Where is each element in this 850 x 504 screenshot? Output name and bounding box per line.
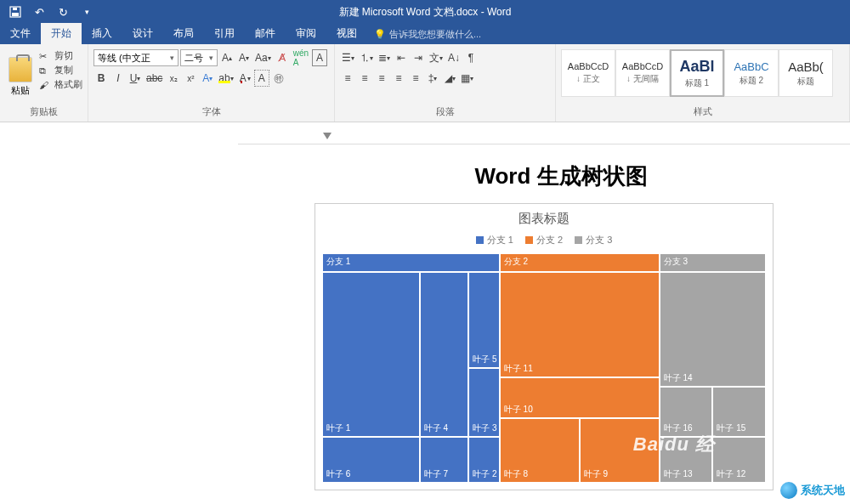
asian-layout-button[interactable]: 文▾ xyxy=(428,49,445,66)
show-marks-button[interactable]: ¶ xyxy=(463,49,479,66)
align-left-button[interactable]: ≡ xyxy=(340,70,355,87)
align-center-button[interactable]: ≡ xyxy=(357,70,372,87)
subscript-button[interactable]: x₂ xyxy=(166,70,181,87)
tab-layout[interactable]: 布局 xyxy=(163,23,204,44)
tab-file[interactable]: 文件 xyxy=(0,23,41,44)
leaf: 叶子 4 xyxy=(420,272,468,437)
copy-button[interactable]: ⧉复制 xyxy=(39,64,82,76)
strike-button[interactable]: abc xyxy=(144,70,164,87)
title-bar: ↶ ↻ ▾ 新建 Microsoft Word 文档.docx - Word xyxy=(0,0,850,24)
style-heading1[interactable]: AaBl标题 1 xyxy=(670,49,724,97)
leaf: 叶子 3 xyxy=(468,368,500,437)
tab-references[interactable]: 引用 xyxy=(204,23,245,44)
leaf: 叶子 7 xyxy=(420,437,468,483)
style-title[interactable]: AaBb(标题 xyxy=(779,49,833,97)
bullets-button[interactable]: ☰▾ xyxy=(340,49,356,66)
style-nospacing[interactable]: AaBbCcD↓ 无间隔 xyxy=(615,49,670,97)
ribbon-tabs: 文件 开始 插入 设计 布局 引用 邮件 审阅 视图 💡 告诉我您想要做什么..… xyxy=(0,24,850,44)
leaf: 叶子 14 xyxy=(660,272,766,387)
indent-marker[interactable] xyxy=(323,133,332,139)
svg-rect-2 xyxy=(13,8,17,10)
increase-indent-button[interactable]: ⇥ xyxy=(411,49,426,66)
group-label-font: 字体 xyxy=(94,104,329,122)
paste-button[interactable]: 粘贴 xyxy=(5,46,36,104)
svg-rect-1 xyxy=(12,13,19,16)
scissors-icon: ✂ xyxy=(39,51,51,61)
text-effects-button[interactable]: A▾ xyxy=(200,70,215,87)
tab-mailings[interactable]: 邮件 xyxy=(245,23,286,44)
brush-icon: 🖌 xyxy=(39,80,51,90)
tab-view[interactable]: 视图 xyxy=(326,23,367,44)
font-name-combo[interactable]: 等线 (中文正▾ xyxy=(94,49,178,66)
window-title: 新建 Microsoft Word 文档.docx - Word xyxy=(102,5,748,20)
chart-legend: 分支 1 分支 2 分支 3 xyxy=(322,234,766,246)
tab-home[interactable]: 开始 xyxy=(41,23,82,44)
document-heading[interactable]: Word 生成树状图 xyxy=(289,161,833,191)
justify-button[interactable]: ≡ xyxy=(391,70,406,87)
site-name: 系统天地 xyxy=(801,483,845,498)
change-case-button[interactable]: Aa▾ xyxy=(253,49,273,66)
branch-header: 分支 2 xyxy=(500,253,660,272)
borders-button[interactable]: ▦▾ xyxy=(459,70,475,87)
multilevel-button[interactable]: ≣▾ xyxy=(377,49,392,66)
qat-customize-icon[interactable]: ▾ xyxy=(76,2,97,22)
group-paragraph: ☰▾ ⒈▾ ≣▾ ⇤ ⇥ 文▾ A↓ ¶ ≡ ≡ ≡ ≡ ≡ ‡▾ ◢▾ xyxy=(335,44,556,122)
chart-object[interactable]: 图表标题 分支 1 分支 2 分支 3 分支 1 叶子 1 叶子 6 叶子 4 … xyxy=(314,203,774,490)
bold-button[interactable]: B xyxy=(94,70,109,87)
site-logo: 系统天地 xyxy=(780,482,845,499)
font-size-combo[interactable]: 二号▾ xyxy=(180,49,218,66)
page: Word 生成树状图 图表标题 分支 1 分支 2 分支 3 分支 1 叶子 1… xyxy=(238,122,850,504)
save-icon[interactable] xyxy=(5,2,26,22)
font-color-button[interactable]: A▾ xyxy=(237,70,252,87)
quick-access-toolbar: ↶ ↻ ▾ xyxy=(0,2,102,22)
sort-button[interactable]: A↓ xyxy=(446,49,462,66)
globe-icon xyxy=(780,482,797,499)
numbering-button[interactable]: ⒈▾ xyxy=(358,49,375,66)
superscript-button[interactable]: x² xyxy=(183,70,198,87)
highlight-button[interactable]: ab▾ xyxy=(217,70,235,87)
tab-design[interactable]: 设计 xyxy=(122,23,163,44)
char-border-button[interactable]: A xyxy=(312,49,327,66)
grow-font-button[interactable]: A▴ xyxy=(219,49,235,66)
decrease-indent-button[interactable]: ⇤ xyxy=(394,49,409,66)
ruler[interactable] xyxy=(238,131,850,144)
leaf: 叶子 15 xyxy=(712,387,766,437)
leaf: 叶子 10 xyxy=(500,377,660,419)
distributed-button[interactable]: ≡ xyxy=(408,70,423,87)
line-spacing-button[interactable]: ‡▾ xyxy=(425,70,440,87)
style-normal[interactable]: AaBbCcD↓ 正文 xyxy=(561,49,615,97)
legend-swatch xyxy=(476,236,484,244)
underline-button[interactable]: U▾ xyxy=(128,70,143,87)
copy-icon: ⧉ xyxy=(39,65,51,76)
group-clipboard: 粘贴 ✂剪切 ⧉复制 🖌格式刷 剪贴板 xyxy=(0,44,88,122)
undo-icon[interactable]: ↶ xyxy=(29,2,49,22)
phonetic-guide-button[interactable]: wénA xyxy=(292,49,310,66)
clear-format-button[interactable]: A̸ xyxy=(275,49,290,66)
paste-label: 粘贴 xyxy=(11,84,30,97)
char-shading-button[interactable]: A xyxy=(254,70,269,87)
leaf: 叶子 1 xyxy=(322,272,420,437)
document-area[interactable]: Word 生成树状图 图表标题 分支 1 分支 2 分支 3 分支 1 叶子 1… xyxy=(0,122,850,504)
legend-item: 分支 1 xyxy=(476,234,513,246)
italic-button[interactable]: I xyxy=(110,70,126,87)
legend-swatch xyxy=(575,236,582,244)
group-label-clipboard: 剪贴板 xyxy=(5,104,82,122)
leaf: 叶子 8 xyxy=(500,418,580,483)
legend-item: 分支 3 xyxy=(575,234,612,246)
shading-button[interactable]: ◢▾ xyxy=(442,70,457,87)
leaf: 叶子 16 xyxy=(660,387,713,437)
align-right-button[interactable]: ≡ xyxy=(374,70,389,87)
style-heading2[interactable]: AaBbC标题 2 xyxy=(724,49,779,97)
tab-review[interactable]: 审阅 xyxy=(286,23,326,44)
shrink-font-button[interactable]: A▾ xyxy=(236,49,252,66)
enclose-char-button[interactable]: ㊕ xyxy=(271,70,286,87)
redo-icon[interactable]: ↻ xyxy=(53,2,73,22)
format-painter-button[interactable]: 🖌格式刷 xyxy=(39,78,82,91)
cut-button[interactable]: ✂剪切 xyxy=(39,49,82,62)
tab-insert[interactable]: 插入 xyxy=(82,23,122,44)
ribbon: 粘贴 ✂剪切 ⧉复制 🖌格式刷 剪贴板 等线 (中文正▾ 二号▾ A▴ A▾ A… xyxy=(0,44,850,122)
style-gallery[interactable]: AaBbCcD↓ 正文 AaBbCcD↓ 无间隔 AaBl标题 1 AaBbC标… xyxy=(561,46,833,104)
branch-header: 分支 1 xyxy=(322,253,500,272)
group-styles: AaBbCcD↓ 正文 AaBbCcD↓ 无间隔 AaBl标题 1 AaBbC标… xyxy=(556,44,850,122)
tell-me-search[interactable]: 💡 告诉我您想要做什么... xyxy=(367,25,488,44)
